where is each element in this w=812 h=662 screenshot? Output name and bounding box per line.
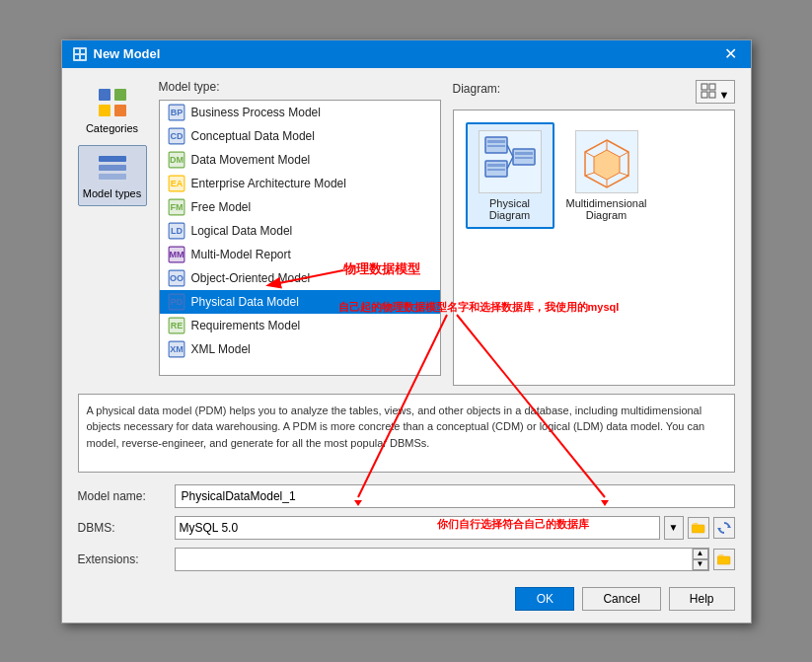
model-item-icon-xml: XM bbox=[168, 340, 185, 358]
svg-rect-45 bbox=[701, 84, 707, 90]
extensions-wrapper: ▲ ▼ bbox=[175, 548, 735, 571]
svg-rect-10 bbox=[99, 165, 126, 171]
model-item-oom[interactable]: OO Object-Oriented Model bbox=[160, 266, 440, 290]
model-item-ldm[interactable]: LD Logical Data Model bbox=[160, 219, 440, 243]
model-name-row: Model name: bbox=[78, 484, 735, 508]
ok-button[interactable]: OK bbox=[515, 587, 574, 611]
extensions-spin-down[interactable]: ▼ bbox=[693, 559, 708, 570]
model-item-icon-ldm: LD bbox=[168, 222, 185, 240]
cancel-button[interactable]: Cancel bbox=[582, 587, 660, 611]
model-item-req[interactable]: RE Requirements Model bbox=[160, 314, 440, 337]
extensions-row: Extensions: ▲ ▼ bbox=[78, 548, 735, 571]
dbms-wrapper: MySQL 5.0 ▼ bbox=[175, 516, 735, 540]
description-box: A physical data model (PDM) helps you to… bbox=[78, 394, 735, 473]
svg-rect-8 bbox=[114, 105, 126, 116]
main-area: Model type: BP Business Process Model CD… bbox=[159, 80, 735, 386]
button-row: OK Cancel Help bbox=[78, 583, 735, 611]
grid-view-button[interactable]: ▼ bbox=[696, 80, 735, 104]
model-item-icon-req: RE bbox=[168, 317, 185, 334]
help-button[interactable]: Help bbox=[669, 587, 735, 611]
dbms-select[interactable]: MySQL 5.0 bbox=[175, 516, 660, 540]
top-section: Categories Model types bbox=[78, 80, 735, 386]
model-item-label-oom: Object-Oriented Model bbox=[191, 271, 311, 285]
model-types-icon bbox=[97, 152, 128, 184]
model-item-label-xml: XML Model bbox=[191, 342, 251, 356]
model-item-fm[interactable]: FM Free Model bbox=[160, 195, 440, 219]
model-item-cdm[interactable]: CD Conceptual Data Model bbox=[160, 124, 440, 148]
dialog-icon bbox=[72, 46, 88, 62]
sidebar-item-categories[interactable]: Categories bbox=[78, 80, 147, 141]
svg-marker-61 bbox=[594, 150, 620, 180]
svg-rect-2 bbox=[81, 49, 85, 53]
svg-text:BP: BP bbox=[170, 108, 183, 117]
svg-rect-68 bbox=[692, 525, 704, 533]
model-item-label-req: Requirements Model bbox=[191, 319, 301, 332]
dbms-row: DBMS: MySQL 5.0 ▼ bbox=[78, 516, 735, 540]
svg-line-67 bbox=[585, 152, 594, 157]
diagram-label: Diagram: bbox=[453, 82, 501, 96]
svg-line-63 bbox=[620, 152, 628, 157]
model-item-pdm[interactable]: PD Physical Data Model bbox=[160, 290, 440, 314]
dbms-dropdown-arrow[interactable]: ▼ bbox=[664, 516, 684, 540]
categories-icon bbox=[97, 87, 128, 118]
svg-text:EA: EA bbox=[170, 179, 183, 188]
model-item-icon-eam: EA bbox=[168, 175, 185, 192]
diagram-item-physical[interactable]: Physical Diagram bbox=[466, 122, 554, 229]
svg-rect-6 bbox=[114, 89, 126, 101]
model-item-label-eam: Enterprise Architecture Model bbox=[191, 177, 346, 190]
svg-rect-57 bbox=[515, 157, 533, 159]
svg-text:CD: CD bbox=[170, 131, 183, 141]
model-item-label-pdm: Physical Data Model bbox=[191, 295, 299, 309]
model-item-icon-oom: OO bbox=[168, 269, 185, 287]
model-item-icon-cdm: CD bbox=[168, 127, 185, 145]
model-item-label-mmr: Multi-Model Report bbox=[191, 248, 291, 261]
model-item-dmm[interactable]: DM Data Movement Model bbox=[160, 148, 440, 172]
close-button[interactable]: ✕ bbox=[720, 46, 741, 62]
svg-rect-71 bbox=[717, 556, 730, 564]
diagram-item-multidim[interactable]: Multidimensional Diagram bbox=[562, 122, 651, 229]
extensions-icon-button[interactable] bbox=[713, 549, 735, 570]
svg-rect-1 bbox=[75, 49, 79, 53]
svg-line-66 bbox=[585, 173, 594, 176]
svg-line-59 bbox=[507, 157, 513, 169]
model-item-bpm[interactable]: BP Business Process Model bbox=[160, 101, 440, 124]
svg-rect-9 bbox=[99, 156, 126, 162]
svg-rect-5 bbox=[99, 89, 111, 101]
model-item-icon-bpm: BP bbox=[168, 104, 185, 121]
model-type-panel: Model type: BP Business Process Model CD… bbox=[159, 80, 441, 386]
diagram-thumb-multidim bbox=[575, 130, 638, 193]
svg-text:LD: LD bbox=[171, 226, 183, 236]
model-item-mmr[interactable]: MM Multi-Model Report bbox=[160, 243, 440, 266]
model-item-xml[interactable]: XM XML Model bbox=[160, 337, 440, 361]
svg-text:RE: RE bbox=[170, 321, 183, 331]
form-section: Model name: DBMS: MySQL 5.0 ▼ bbox=[78, 484, 735, 571]
svg-rect-48 bbox=[709, 92, 715, 98]
svg-line-64 bbox=[620, 173, 628, 176]
model-types-label: Model types bbox=[83, 187, 141, 199]
model-item-icon-fm: FM bbox=[168, 198, 185, 216]
svg-rect-11 bbox=[99, 174, 126, 180]
svg-line-58 bbox=[507, 145, 513, 157]
dbms-folder-button[interactable] bbox=[688, 517, 709, 539]
extensions-spinner: ▲ ▼ bbox=[692, 549, 708, 570]
svg-rect-53 bbox=[487, 164, 505, 167]
model-item-icon-pdm: PD bbox=[168, 293, 185, 311]
model-name-input[interactable] bbox=[175, 484, 735, 508]
sidebar-item-model-types[interactable]: Model types bbox=[78, 145, 147, 206]
svg-text:DM: DM bbox=[170, 155, 184, 165]
dbms-refresh-button[interactable] bbox=[713, 517, 735, 539]
svg-text:OO: OO bbox=[169, 273, 183, 283]
model-item-eam[interactable]: EA Enterprise Architecture Model bbox=[160, 172, 440, 195]
svg-rect-51 bbox=[487, 145, 505, 147]
extensions-input[interactable]: ▲ ▼ bbox=[175, 548, 709, 571]
extensions-spin-up[interactable]: ▲ bbox=[693, 549, 708, 559]
svg-rect-46 bbox=[709, 84, 715, 90]
diagram-area: Physical Diagram Multidimensional Diagra… bbox=[453, 110, 735, 386]
svg-rect-50 bbox=[487, 140, 505, 143]
diagram-label-multidim: Multidimensional Diagram bbox=[566, 197, 647, 221]
categories-label: Categories bbox=[86, 122, 138, 134]
description-text: A physical data model (PDM) helps you to… bbox=[87, 405, 705, 449]
model-item-label-fm: Free Model bbox=[191, 200, 252, 214]
model-item-label-ldm: Logical Data Model bbox=[191, 224, 293, 238]
svg-text:XM: XM bbox=[170, 344, 184, 354]
